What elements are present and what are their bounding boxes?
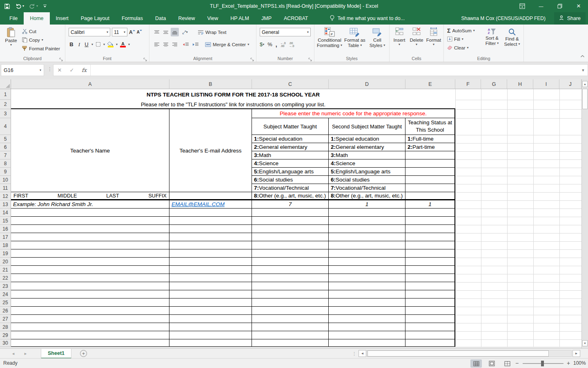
row-header-30[interactable]: 30 <box>0 339 11 347</box>
cell-A28[interactable] <box>11 323 169 331</box>
cell-E28[interactable] <box>405 323 455 331</box>
save-icon[interactable] <box>4 3 10 9</box>
middle-align-button[interactable] <box>162 28 170 36</box>
cell-D22[interactable] <box>329 274 405 282</box>
expand-formula-bar-icon[interactable]: ▼ <box>579 68 588 72</box>
cell-E19[interactable] <box>405 249 455 258</box>
sheet-nav-left-icon[interactable]: ◄ <box>11 349 15 359</box>
vertical-scroll-thumb[interactable] <box>582 89 588 109</box>
second-subject-code-cell-7[interactable]: 7: Vocational/Technical <box>329 184 405 192</box>
horizontal-scroll-thumb[interactable] <box>368 350 549 357</box>
cell-E17[interactable] <box>405 233 455 241</box>
cell-E20[interactable] <box>405 258 455 266</box>
subject-code-cell-1[interactable]: 1: Special education <box>252 135 329 143</box>
zoom-slider-handle[interactable] <box>541 361 544 366</box>
cell-B18[interactable] <box>169 241 252 249</box>
cell-D30[interactable] <box>329 339 405 347</box>
row-header-19[interactable]: 19 <box>0 249 11 258</box>
cell-D23[interactable] <box>329 282 405 290</box>
page-break-view-button[interactable] <box>501 359 513 368</box>
cell-D15[interactable] <box>329 217 405 225</box>
cell-D29[interactable] <box>329 331 405 339</box>
share-button[interactable]: Share <box>554 12 586 25</box>
row-header-4[interactable]: 4 <box>0 118 11 135</box>
cell-C19[interactable] <box>252 249 329 258</box>
fill-button[interactable]: Fill ▾ <box>446 35 475 43</box>
row-header-20[interactable]: 20 <box>0 258 11 266</box>
zoom-out-button[interactable]: − <box>515 360 519 366</box>
cell-E25[interactable] <box>405 298 455 307</box>
column-header-D[interactable]: D <box>329 79 405 89</box>
cell-C15[interactable] <box>252 217 329 225</box>
cell-A22[interactable] <box>11 274 169 282</box>
name-box[interactable]: G16 ▾ <box>1 64 44 76</box>
restore-button[interactable] <box>550 0 569 12</box>
cell-A20[interactable] <box>11 258 169 266</box>
cell-C21[interactable] <box>252 266 329 274</box>
borders-dropdown-icon[interactable]: ▾ <box>103 43 105 46</box>
row-header-15[interactable]: 15 <box>0 217 11 225</box>
row-header-3[interactable]: 3 <box>0 109 11 118</box>
merge-center-dropdown-icon[interactable]: ▾ <box>247 43 249 46</box>
conditional-formatting-button[interactable]: ≠ Conditional Formatting▾ <box>317 25 342 48</box>
status-code-cell-3[interactable] <box>405 151 455 159</box>
form-title-cell[interactable]: NTPS TEACHER LISTING FORM FOR THE 2017-1… <box>11 89 455 100</box>
row-header-25[interactable]: 25 <box>0 298 11 307</box>
row-header-13[interactable]: 13 <box>0 200 11 209</box>
cell-A17[interactable] <box>11 233 169 241</box>
row-header-28[interactable]: 28 <box>0 323 11 331</box>
cell-C30[interactable] <box>252 339 329 347</box>
enter-entry-icon[interactable]: ✓ <box>66 67 78 73</box>
scroll-down-icon[interactable]: ▼ <box>582 340 588 346</box>
second-subject-code-cell-4[interactable]: 4: Science <box>329 159 405 168</box>
cell-B15[interactable] <box>169 217 252 225</box>
status-code-cell-6[interactable] <box>405 176 455 184</box>
decrease-font-size-button[interactable]: A <box>137 28 142 36</box>
italic-button[interactable]: I <box>77 40 82 49</box>
row-header-9[interactable]: 9 <box>0 168 11 176</box>
column-header-E[interactable]: E <box>405 79 455 89</box>
cell-B19[interactable] <box>169 249 252 258</box>
zoom-slider[interactable] <box>523 363 564 364</box>
scroll-up-icon[interactable]: ▲ <box>582 81 588 87</box>
clipboard-dialog-launcher[interactable] <box>59 56 63 60</box>
cell-D24[interactable] <box>329 290 405 298</box>
font-color-button[interactable]: A <box>120 40 126 49</box>
percent-format-button[interactable]: % <box>267 40 272 49</box>
autosum-button[interactable]: Σ AutoSum ▾ <box>446 26 475 35</box>
cell-C26[interactable] <box>252 307 329 315</box>
number-format-select[interactable]: General ▾ <box>260 28 311 36</box>
copy-dropdown-icon[interactable]: ▾ <box>42 38 43 42</box>
find-select-button[interactable]: Find & Select▾ <box>503 25 521 47</box>
cell-B16[interactable] <box>169 225 252 233</box>
format-painter-button[interactable]: Format Painter <box>21 44 60 53</box>
alignment-dialog-launcher[interactable] <box>250 56 254 60</box>
cell-B28[interactable] <box>169 323 252 331</box>
row-header-24[interactable]: 24 <box>0 290 11 298</box>
cell-C20[interactable] <box>252 258 329 266</box>
cell-A27[interactable] <box>11 315 169 323</box>
clear-button[interactable]: Clear ▾ <box>446 43 475 52</box>
cell-C25[interactable] <box>252 298 329 307</box>
second-subject-header-cell[interactable]: Second Subject Matter Taught <box>329 118 405 135</box>
cell-A21[interactable] <box>11 266 169 274</box>
column-header-C[interactable]: C <box>252 79 329 89</box>
hscroll-right-icon[interactable]: ► <box>572 350 580 357</box>
cell-C27[interactable] <box>252 315 329 323</box>
tabbar-handle-icon[interactable]: ⋮ <box>352 349 356 359</box>
cell-B12[interactable] <box>169 192 252 200</box>
cell-B14[interactable] <box>169 209 252 217</box>
delete-cells-button[interactable]: Delete ▾ <box>408 25 425 46</box>
paste-button[interactable]: Paste ▾ <box>2 25 20 54</box>
form-subtitle-cell[interactable]: Please refer to the "TLF Instructions" l… <box>11 100 455 109</box>
cell-A16[interactable] <box>11 225 169 233</box>
cell-C14[interactable] <box>252 209 329 217</box>
cell-B17[interactable] <box>169 233 252 241</box>
page-layout-view-button[interactable] <box>486 359 497 368</box>
cell-B29[interactable] <box>169 331 252 339</box>
teaching-status-header-cell[interactable]: Teaching Status atThis School <box>405 118 455 135</box>
new-sheet-button[interactable]: + <box>80 350 87 357</box>
status-code-cell-4[interactable] <box>405 159 455 168</box>
cell-E27[interactable] <box>405 315 455 323</box>
tab-page-layout[interactable]: Page Layout <box>75 12 116 25</box>
